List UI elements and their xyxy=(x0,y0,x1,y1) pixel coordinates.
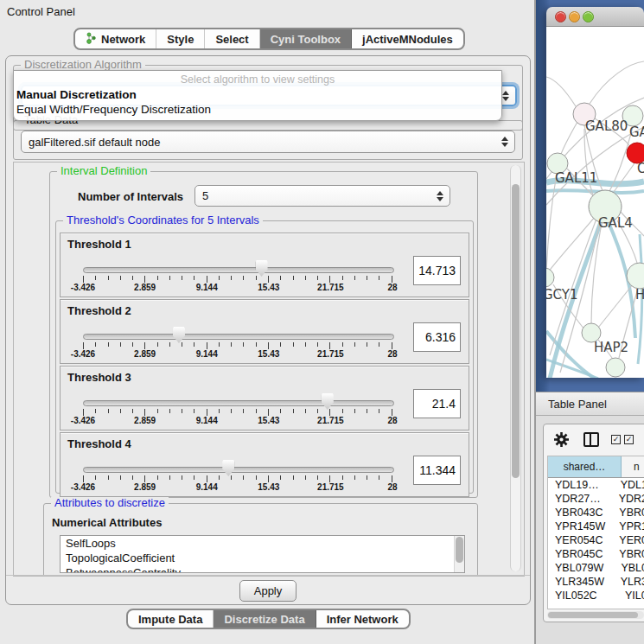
network-node-gcy1[interactable] xyxy=(546,268,554,287)
threshold-value-field[interactable]: 14.713 xyxy=(413,256,461,285)
table-row[interactable]: YPR145WYPR1 xyxy=(548,520,644,533)
column-header-n[interactable]: n xyxy=(622,456,644,477)
table-data-combobox[interactable]: galFiltered.sif default node xyxy=(21,131,515,153)
table-horizontal-scrollbar[interactable] xyxy=(547,611,644,619)
zoom-traffic-light-icon[interactable] xyxy=(583,11,594,22)
tick-mark xyxy=(95,342,96,347)
tab-cyni-toolbox[interactable]: Cyni Toolbox xyxy=(260,29,352,48)
minimize-traffic-light-icon[interactable] xyxy=(569,11,580,22)
tick-mark xyxy=(182,276,182,280)
tick-mark xyxy=(379,276,379,280)
threshold-slider-thumb[interactable] xyxy=(222,460,234,476)
tab-style[interactable]: Style xyxy=(156,29,205,48)
algorithm-option-manual[interactable]: Manual Discretization xyxy=(16,88,137,101)
table-row[interactable]: YLR345WYLR3 xyxy=(548,575,644,589)
attribute-item-topologicalcoefficient[interactable]: TopologicalCoefficient xyxy=(61,551,464,565)
tick-label: -3.426 xyxy=(71,482,95,492)
axis-ticks xyxy=(83,342,392,349)
tab-label: Style xyxy=(167,33,194,46)
settings-scrollbar-thumb[interactable] xyxy=(512,184,520,478)
network-canvas[interactable]: GAL80GACGAL11GAL4GCY1HHAP2 xyxy=(546,27,644,378)
network-icon xyxy=(86,32,97,47)
threshold-slider-track[interactable] xyxy=(83,400,394,406)
threshold-slider-thumb[interactable] xyxy=(256,260,268,277)
gear-icon[interactable] xyxy=(554,432,569,447)
table-cell: YBR0 xyxy=(615,507,644,519)
number-of-intervals-combobox[interactable]: 5 xyxy=(194,185,450,207)
tick-mark xyxy=(144,475,145,482)
threshold-slider-thumb[interactable] xyxy=(322,393,334,410)
tick-mark xyxy=(95,475,96,480)
cyni-toolbox-panel: Discretization Algorithm Select algorith… xyxy=(5,55,531,605)
close-traffic-light-icon[interactable] xyxy=(555,11,566,22)
threshold-label: Threshold 2 xyxy=(67,304,131,317)
tick-mark xyxy=(207,409,207,416)
network-edge[interactable] xyxy=(546,77,576,106)
tab-jactivemnodules[interactable]: jActiveMNodules xyxy=(352,29,463,48)
network-graph[interactable]: GAL80GACGAL11GAL4GCY1HHAP2 xyxy=(546,27,644,378)
tick-mark xyxy=(219,276,220,280)
network-edge[interactable] xyxy=(590,61,644,104)
tab-label: Impute Data xyxy=(138,613,202,626)
checkbox-icon[interactable]: ✓ xyxy=(624,435,634,444)
table-row[interactable]: YBR043CYBR0 xyxy=(548,506,644,520)
tick-label: 21.715 xyxy=(317,349,344,359)
network-window-titlebar[interactable] xyxy=(546,7,644,27)
tick-label: -3.426 xyxy=(71,349,95,359)
table-row[interactable]: YIL052CYIL0 xyxy=(548,589,644,603)
network-edge[interactable] xyxy=(546,174,557,271)
thresholds-group: Threshold's Coordinates for 5 Intervals … xyxy=(55,220,474,494)
network-node-label: GA xyxy=(629,124,644,140)
tick-mark xyxy=(280,475,281,480)
tick-mark xyxy=(354,475,355,480)
threshold-panel-2: Threshold 2-3.4262.8599.14415.4321.71528… xyxy=(60,299,469,364)
numerical-attributes-list[interactable]: SelfLoopsTopologicalCoefficientBetweenne… xyxy=(60,535,465,573)
tick-label: 21.715 xyxy=(317,416,344,425)
network-node-label: GCY1 xyxy=(546,287,578,303)
checkbox-icon[interactable]: ✓ xyxy=(611,435,621,444)
network-edge[interactable] xyxy=(598,284,633,328)
tick-mark xyxy=(367,342,367,347)
threshold-slider-track[interactable] xyxy=(83,334,394,340)
table-panel-body: ✓ ✓ shared…n YDL19…YDL1YDR27…YDR2YBR043C… xyxy=(536,416,644,644)
tick-mark xyxy=(293,409,294,413)
network-edge-highlighted[interactable] xyxy=(546,190,644,193)
tick-mark xyxy=(120,475,121,480)
table-row[interactable]: YBL079WYBL0 xyxy=(548,561,644,575)
tab-infer-network[interactable]: Infer Network xyxy=(316,610,409,628)
tick-mark xyxy=(144,276,145,283)
tab-impute-data[interactable]: Impute Data xyxy=(128,610,214,628)
tick-label: 2.859 xyxy=(134,349,156,359)
tick-mark xyxy=(169,475,170,480)
table-cell: YER0 xyxy=(615,534,644,546)
table-cell: YPR1 xyxy=(615,520,644,532)
tick-label: 9.144 xyxy=(196,482,218,492)
table-row[interactable]: YER054CYER0 xyxy=(548,533,644,547)
table-row[interactable]: YDR27…YDR2 xyxy=(548,492,644,506)
network-edge[interactable] xyxy=(548,217,595,272)
attribute-item-selfloops[interactable]: SelfLoops xyxy=(61,536,464,551)
table-row[interactable]: YDL19…YDL1 xyxy=(548,478,644,492)
tab-discretize-data[interactable]: Discretize Data xyxy=(214,610,316,628)
attributes-scrollbar-thumb[interactable] xyxy=(456,537,463,563)
network-node[interactable] xyxy=(606,358,625,377)
settings-vertical-scrollbar[interactable] xyxy=(510,165,521,571)
apply-button[interactable]: Apply xyxy=(239,580,296,602)
threshold-slider-track[interactable] xyxy=(83,267,394,273)
threshold-slider-thumb[interactable] xyxy=(173,327,185,343)
tab-network[interactable]: Network xyxy=(75,29,156,48)
threshold-slider-track[interactable] xyxy=(83,467,394,473)
attribute-item-betweennesscentrality[interactable]: BetweennessCentrality xyxy=(61,565,464,573)
split-table-icon[interactable] xyxy=(583,432,599,447)
attributes-scrollbar[interactable] xyxy=(454,536,464,572)
tab-select[interactable]: Select xyxy=(205,29,259,48)
algorithm-option-equal-width[interactable]: Equal Width/Frequency Discretization xyxy=(16,103,211,116)
tick-mark xyxy=(120,342,121,347)
table-hscrollbar-thumb[interactable] xyxy=(548,612,638,618)
threshold-value-field[interactable]: 11.344 xyxy=(413,456,461,485)
column-header-shared[interactable]: shared… xyxy=(548,456,622,477)
table-row[interactable]: YBR045CYBR0 xyxy=(548,547,644,561)
tick-mark xyxy=(367,276,367,280)
threshold-value-field[interactable]: 21.4 xyxy=(413,389,461,418)
threshold-value-field[interactable]: 6.316 xyxy=(413,322,461,352)
